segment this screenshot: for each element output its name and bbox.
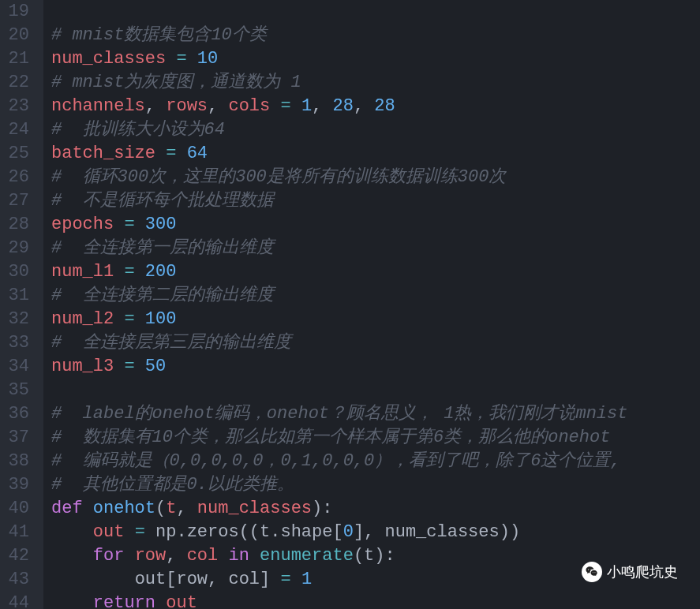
code-token: num_l3 (51, 357, 124, 376)
line-number: 34 (6, 355, 29, 379)
code-token: # 全连接第一层的输出维度 (51, 238, 274, 258)
code-token: 10 (197, 49, 218, 69)
code-line[interactable]: batch_size = 64 (51, 142, 700, 166)
code-token: 1 (301, 570, 312, 589)
code-token: num_classes (51, 49, 176, 69)
code-line[interactable]: # 不是循环每个批处理数据 (51, 189, 700, 213)
code-token: # mnist数据集包含10个类 (51, 25, 267, 45)
line-number: 27 (6, 189, 29, 213)
code-line[interactable]: epochs = 300 (51, 213, 700, 237)
code-line[interactable]: num_l3 = 50 (51, 355, 700, 379)
code-token: 300 (145, 215, 177, 234)
code-line[interactable]: # 编码就是（0,0,0,0,0，0,1,0,0,0），看到了吧，除了6这个位置… (51, 450, 700, 473)
code-line[interactable]: # 全连接第二层的输出维度 (51, 284, 700, 308)
code-token: (t): (354, 546, 395, 566)
code-token: , (176, 499, 197, 518)
watermark-text: 小鸣爬坑史 (607, 560, 678, 584)
code-token: , (208, 96, 228, 116)
line-number: 43 (6, 568, 29, 592)
code-token: # 编码就是（0,0,0,0,0，0,1,0,0,0），看到了吧，除了6这个位置… (51, 451, 621, 471)
code-token: , (166, 546, 186, 566)
line-number: 44 (6, 592, 29, 609)
line-number: 33 (6, 331, 29, 355)
code-line[interactable]: out = np.zeros((t.shape[0], num_classes)… (51, 521, 700, 544)
code-token: , (312, 96, 332, 116)
line-number: 39 (6, 473, 29, 497)
line-number: 19 (6, 0, 29, 24)
code-line[interactable]: # 数据集有10个类，那么比如第一个样本属于第6类，那么他的onehot (51, 426, 700, 450)
code-line[interactable]: num_l1 = 200 (51, 260, 700, 284)
line-number: 30 (6, 260, 29, 284)
code-token: = (124, 309, 144, 329)
code-line[interactable]: # label的onehot编码，onehot？顾名思义， 1热，我们刚才说mn… (51, 402, 700, 426)
line-number: 28 (6, 213, 29, 237)
watermark-badge: 小鸣爬坑史 (575, 557, 684, 587)
code-token: 100 (145, 309, 177, 329)
line-number: 20 (6, 24, 29, 47)
code-token: num_l1 (51, 262, 124, 282)
line-number: 24 (6, 118, 29, 142)
code-line[interactable] (51, 0, 700, 24)
code-token: 50 (145, 357, 166, 376)
code-line[interactable]: # mnist数据集包含10个类 (51, 24, 700, 47)
code-line[interactable]: # 批训练大小设为64 (51, 118, 700, 142)
code-token: num_classes (197, 499, 312, 518)
code-token: epochs (51, 215, 124, 234)
wechat-icon (582, 562, 602, 582)
line-number: 31 (6, 284, 29, 308)
code-line[interactable]: num_l2 = 100 (51, 308, 700, 331)
line-number: 29 (6, 237, 29, 260)
code-line[interactable] (51, 379, 700, 402)
line-number: 23 (6, 95, 29, 118)
code-line[interactable]: # 循环300次，这里的300是将所有的训练数据训练300次 (51, 166, 700, 189)
code-line[interactable]: # 全连接第一层的输出维度 (51, 237, 700, 260)
code-token: 28 (374, 96, 395, 116)
code-token: = (176, 49, 197, 69)
code-token: ( (155, 499, 166, 518)
code-token: ], num_classes)) (354, 522, 520, 542)
code-content[interactable]: # mnist数据集包含10个类num_classes = 10# mnist为… (43, 0, 700, 609)
code-editor[interactable]: 1920212223242526272829303132333435363738… (0, 0, 700, 609)
line-number-gutter: 1920212223242526272829303132333435363738… (0, 0, 43, 609)
code-token: onehot (93, 499, 155, 518)
code-line[interactable]: num_classes = 10 (51, 47, 700, 71)
code-token: num_l2 (51, 309, 124, 329)
code-token (51, 570, 135, 589)
code-line[interactable]: def onehot(t, num_classes): (51, 497, 700, 521)
line-number: 21 (6, 47, 29, 71)
line-number: 35 (6, 379, 29, 402)
code-line[interactable]: nchannels, rows, cols = 1, 28, 28 (51, 95, 700, 118)
code-line[interactable]: # mnist为灰度图，通道数为 1 (51, 71, 700, 95)
code-token: # 数据集有10个类，那么比如第一个样本属于第6类，那么他的onehot (51, 428, 610, 447)
line-number: 25 (6, 142, 29, 166)
code-token: def (51, 499, 93, 518)
code-line[interactable]: return out (51, 592, 700, 609)
code-token: = (124, 215, 144, 234)
line-number: 38 (6, 450, 29, 473)
line-number: 41 (6, 521, 29, 544)
code-token: out (166, 593, 197, 609)
code-token: rows (166, 96, 208, 116)
code-token: = (124, 357, 144, 376)
line-number: 36 (6, 402, 29, 426)
code-token: col (187, 546, 229, 566)
code-line[interactable]: # 全连接层第三层的输出维度 (51, 331, 700, 355)
code-token: for (93, 546, 135, 566)
code-token: enumerate (260, 546, 354, 566)
code-token (51, 593, 93, 609)
code-line[interactable]: # 其他位置都是0.以此类推。 (51, 473, 700, 497)
code-token: = (280, 96, 301, 116)
code-token: # 全连接层第三层的输出维度 (51, 333, 291, 353)
code-token: , (145, 96, 166, 116)
code-token: , (354, 96, 374, 116)
line-number: 22 (6, 71, 29, 95)
code-token: return (93, 593, 166, 609)
line-number: 42 (6, 544, 29, 568)
code-token: = (124, 262, 144, 282)
code-token: out[row, col] (135, 570, 281, 589)
code-token: = (166, 144, 186, 163)
code-token: # label的onehot编码，onehot？顾名思义， 1热，我们刚才说mn… (51, 404, 627, 424)
code-token: # 循环300次，这里的300是将所有的训练数据训练300次 (51, 167, 506, 187)
code-token (51, 522, 93, 542)
code-token: ): (312, 499, 332, 518)
